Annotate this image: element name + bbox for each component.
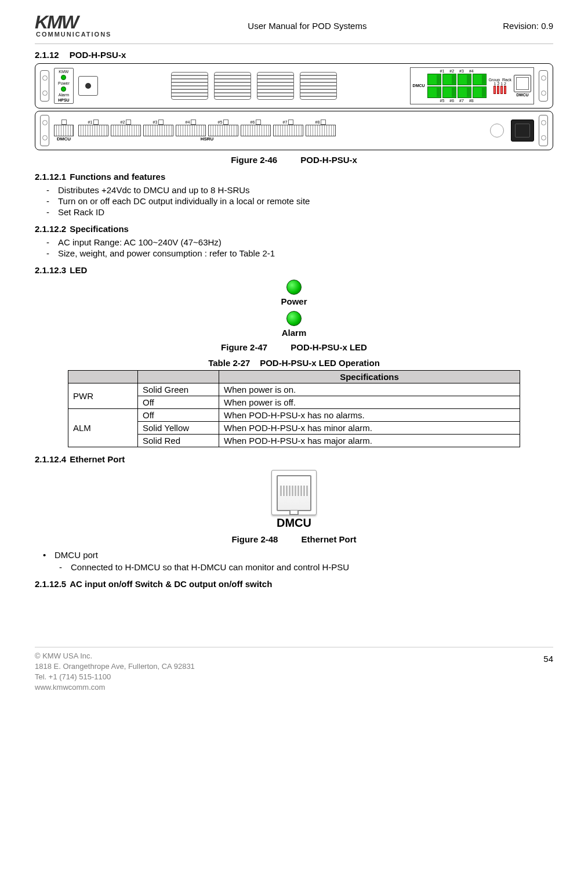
connector-icon[interactable] [176,125,206,136]
sw-label: #4 [469,69,474,73]
figure-num: Figure 2-46 [231,155,277,165]
heading-title: LED [70,265,87,275]
footer-phone: Tel. +1 (714) 515-1100 [35,672,553,682]
connector-icon[interactable] [306,125,336,136]
table-header-spec: Specifications [219,370,520,383]
heading-ethernet: 2.1.12.4 Ethernet Port [35,454,553,464]
eth-tab-icon [289,511,299,515]
output-switch[interactable] [458,74,471,85]
checkbox-icon [61,120,67,125]
logo: KMW COMMUNICATIONS [35,14,111,38]
output-switch-grid [427,74,487,98]
eth-pins-icon [280,486,308,496]
list-item: Turn on or off each DC output individual… [58,196,553,206]
list-item: DMCU port [55,550,553,560]
figure-2-47-caption: Figure 2-47 POD-H-PSU-x LED [35,342,553,352]
table-row: ALM Off When POD-H-PSU-x has no alarms. [68,408,520,421]
connector-icon[interactable] [111,125,141,136]
port-label: #8 [315,120,320,124]
figure-2-46-caption: Figure 2-46 POD-H-PSU-x [35,155,553,165]
sw-label: #2 [449,69,454,73]
led-icon [286,311,302,326]
output-switch[interactable] [427,74,441,85]
rack-front-panel: KMW Power Alarm HPSU DMCU #1 #2 #3 #4 [35,63,553,108]
port-label: #6 [251,120,255,124]
heading-ac-dc-switch: 2.1.12.5 AC input on/off Switch & DC out… [35,579,553,589]
heading-num: 2.1.12.5 [35,579,66,589]
hpsu-label: HPSU [58,98,69,102]
table-num: Table 2-27 [208,358,250,368]
ethernet-label: DMCU [35,516,553,530]
output-switch[interactable] [458,86,471,98]
dip-switches[interactable] [493,86,506,94]
output-switch[interactable] [473,86,487,98]
port-label: #3 [153,120,158,124]
figure-title: POD-H-PSU-x LED [291,342,367,352]
power-button-icon [85,83,91,89]
screw-icon [490,124,504,137]
connector-icon[interactable] [208,125,238,136]
rack-ear-left [40,115,49,146]
connector-icon[interactable] [273,125,303,136]
heading-num: 2.1.12.3 [35,265,66,275]
functions-list: Distributes +24Vdc to DMCU and up to 8 H… [35,185,553,217]
heading-2-1-12: 2.1.12 POD-H-PSU-x [35,50,553,60]
ethernet-port-figure [271,470,317,515]
heading-title: Ethernet Port [70,454,125,464]
power-button[interactable] [78,76,98,96]
dmcu-connector: DMCU [54,120,74,142]
vent-icon [257,72,294,100]
dmcu-port-label: DMCU [517,93,529,97]
table-cell: When POD-H-PSU-x has minor alarm. [219,421,520,434]
dmcu-port-list: DMCU port [35,550,553,560]
figure-num: Figure 2-48 [231,534,278,544]
rack-ear-right [539,70,548,102]
port-label: #2 [121,120,125,124]
output-switch[interactable] [442,86,456,98]
figure-num: Figure 2-47 [221,342,267,352]
port-label: #1 [88,120,93,124]
table-cell: Off [138,396,219,408]
vent-icon [300,72,337,100]
list-item: Distributes +24Vdc to DMCU and up to 8 H… [58,185,553,195]
connector-icon[interactable] [78,125,108,136]
power-led-figure: Power [35,280,553,306]
alarm-led-figure: Alarm [35,311,553,338]
led-label: Power [35,296,553,306]
dmcu-label: DMCU [413,84,425,88]
sw-label: #8 [469,99,474,103]
alarm-led-icon [61,86,66,92]
header-rule [35,44,553,44]
sw-label: #6 [449,99,454,103]
figure-title: Ethernet Port [302,534,357,544]
table-header-blank [138,370,219,383]
led-icon [286,280,302,295]
header-title: User Manual for POD Systems [111,21,503,31]
heading-title: AC input on/off Switch & DC output on/of… [70,579,272,589]
footer-website: www.kmwcomm.com [35,682,553,693]
logo-text-bottom: COMMUNICATIONS [36,31,111,38]
led-label: Alarm [35,328,553,338]
output-switch[interactable] [473,74,487,85]
vent-group [103,72,405,100]
hpsu-module: KMW Power Alarm HPSU [54,68,74,104]
output-switch[interactable] [427,86,441,98]
heading-led: 2.1.12.3 LED [35,265,553,275]
table-cell: Solid Yellow [138,421,219,434]
output-switch[interactable] [442,74,456,85]
table-cell: ALM [68,408,138,447]
power-led-icon [61,75,66,80]
logo-text-top: KMW [35,14,78,31]
footer-address: 1818 E. Orangethrope Ave, Fullerton, CA … [35,661,553,672]
ethernet-port-icon[interactable] [514,75,531,92]
page-number: 54 [543,653,553,665]
port-label: #5 [218,120,223,124]
heading-num: 2.1.12.4 [35,454,66,464]
dip-digits: 1 2 1 2 [494,82,506,86]
connector-icon[interactable] [143,125,173,136]
ac-inlet-icon[interactable] [511,120,534,142]
connector-icon[interactable] [54,125,74,136]
kmw-badge: KMW [59,70,68,74]
table-cell: Solid Red [138,434,219,447]
connector-icon[interactable] [241,125,271,136]
